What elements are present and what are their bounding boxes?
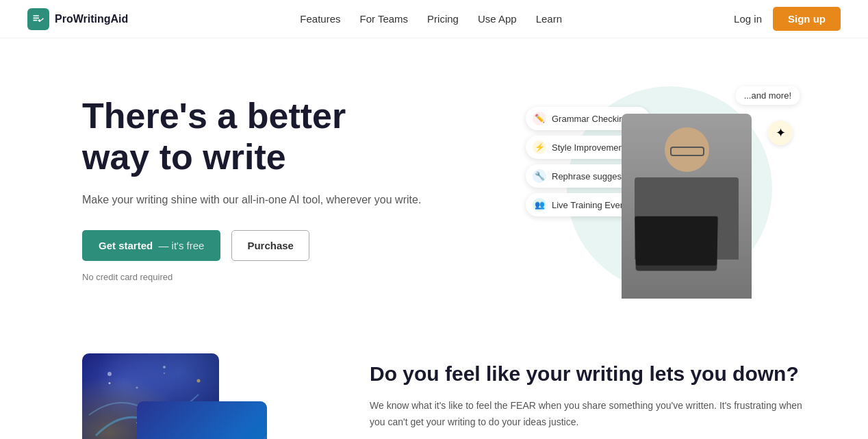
svg-point-2 <box>197 379 201 383</box>
glasses <box>670 147 704 156</box>
abstract-svg <box>137 401 267 439</box>
svg-point-3 <box>136 387 138 389</box>
navbar: ProWritingAid Features For Teams Pricing… <box>0 0 868 38</box>
svg-point-0 <box>107 372 112 376</box>
section2: My idea in my head Do you feel like your… <box>0 326 868 439</box>
style-icon: ⚡ <box>533 140 546 154</box>
star-badge: ✦ <box>768 121 793 145</box>
logo-icon <box>27 8 49 30</box>
nav-links: Features For Teams Pricing Use App Learn <box>300 13 562 25</box>
purchase-button[interactable]: Purchase <box>231 230 309 261</box>
pill-training-label: Live Training Events <box>552 200 632 210</box>
laptop-screen <box>635 216 717 266</box>
hero-note: No credit card required <box>82 272 421 282</box>
person-illustration <box>622 114 752 299</box>
hero-subtitle: Make your writing shine with our all-in-… <box>82 192 421 208</box>
svg-point-1 <box>163 366 166 368</box>
laptop <box>635 216 717 271</box>
abstract-card: My idea in my head <box>137 401 267 439</box>
section2-body: We know what it's like to feel the FEAR … <box>370 398 813 431</box>
training-icon: 👥 <box>533 198 546 212</box>
page-container[interactable]: ProWritingAid Features For Teams Pricing… <box>0 0 868 439</box>
logo-link[interactable]: ProWritingAid <box>27 8 128 30</box>
section2-title: Do you feel like your writing lets you d… <box>370 360 813 387</box>
logo-svg <box>31 12 45 26</box>
grammar-icon: ✏️ <box>533 112 546 125</box>
hero-section: There's a better way to write Make your … <box>0 38 868 326</box>
hero-title: There's a better way to write <box>82 96 421 178</box>
signup-button[interactable]: Sign up <box>773 7 841 31</box>
nav-use-app[interactable]: Use App <box>478 13 517 25</box>
hero-buttons: Get started — it's free Purchase <box>82 230 421 261</box>
section2-images: My idea in my head <box>82 353 329 439</box>
abstract-bg <box>137 401 267 439</box>
pill-style-label: Style Improvements <box>552 142 630 153</box>
get-started-label: Get started <box>99 240 153 251</box>
hero-illustration: ...and more! ✦ ✏️ Grammar Checking ⚡ Sty… <box>526 79 813 299</box>
hero-right: ...and more! ✦ ✏️ Grammar Checking ⚡ Sty… <box>526 79 813 299</box>
login-button[interactable]: Log in <box>734 13 762 25</box>
nav-learn[interactable]: Learn <box>536 13 562 25</box>
free-label: — it's free <box>158 240 204 251</box>
person-head <box>665 127 709 172</box>
brand-name: ProWritingAid <box>55 13 128 25</box>
section2-text: Do you feel like your writing lets you d… <box>370 353 813 431</box>
get-started-button[interactable]: Get started — it's free <box>82 230 220 261</box>
nav-pricing[interactable]: Pricing <box>427 13 459 25</box>
nav-features[interactable]: Features <box>300 13 340 25</box>
more-tag: ...and more! <box>736 86 800 105</box>
pill-grammar-label: Grammar Checking <box>552 114 629 124</box>
rephrase-icon: 🔧 <box>533 169 546 183</box>
nav-actions: Log in Sign up <box>734 7 841 31</box>
person-body <box>622 114 752 299</box>
hero-left: There's a better way to write Make your … <box>82 96 421 282</box>
nav-for-teams[interactable]: For Teams <box>360 13 409 25</box>
